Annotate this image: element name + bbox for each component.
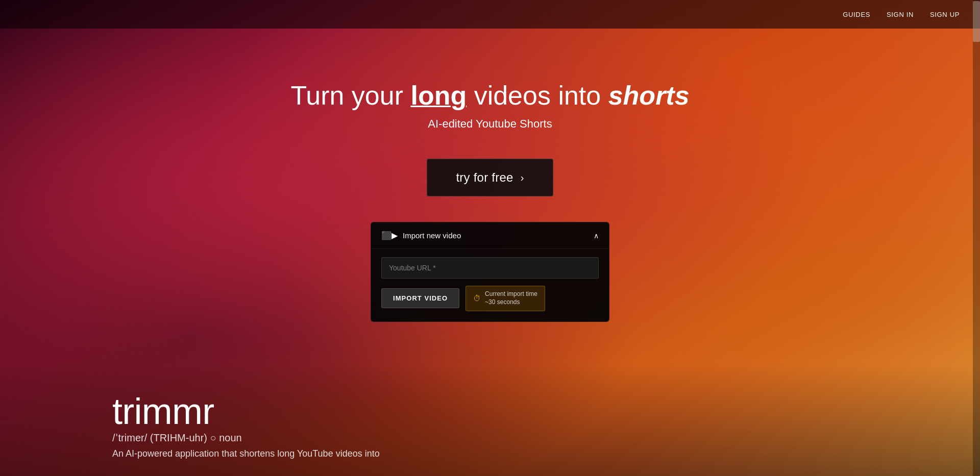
import-header-left: ⬛▶ Import new video: [381, 231, 461, 240]
nav-guides[interactable]: GUIDES: [843, 11, 870, 18]
hero-subtitle: AI-edited Youtube Shorts: [428, 117, 552, 131]
cta-label: try for free: [456, 170, 513, 185]
video-camera-icon: ⬛▶: [381, 231, 398, 240]
main-content: Turn your long videos into shorts AI-edi…: [0, 29, 980, 322]
hero-title-part2: videos into: [467, 81, 608, 110]
import-time-label: Current import time: [485, 290, 537, 298]
collapse-icon[interactable]: ∧: [594, 232, 599, 240]
import-video-button[interactable]: IMPORT VIDEO: [381, 288, 459, 308]
youtube-url-input[interactable]: [381, 257, 599, 279]
brand-name: trimmr: [112, 393, 980, 430]
nav-signin[interactable]: SIGN IN: [887, 11, 914, 18]
hero-title-long: long: [410, 81, 467, 110]
scrollbar-thumb[interactable]: [973, 1, 980, 42]
cta-button[interactable]: try for free ›: [427, 159, 553, 196]
import-panel-title: Import new video: [403, 231, 461, 240]
import-panel-header: ⬛▶ Import new video ∧: [371, 222, 609, 249]
nav-signup[interactable]: SIGN UP: [930, 11, 960, 18]
import-actions: IMPORT VIDEO ⏱ Current import time ~30 s…: [381, 286, 599, 311]
import-time-value: ~30 seconds: [485, 298, 537, 307]
hero-title-part1: Turn your: [290, 81, 410, 110]
brand-pronunciation: /ˈtrimer/ (TRIHM-uhr) ○ noun: [112, 432, 980, 444]
import-panel: ⬛▶ Import new video ∧ IMPORT VIDEO ⏱ Cur…: [371, 222, 609, 321]
hero-title-shorts: shorts: [608, 81, 690, 110]
bottom-section: trimmr /ˈtrimer/ (TRIHM-uhr) ○ noun An A…: [0, 364, 980, 476]
import-panel-body: IMPORT VIDEO ⏱ Current import time ~30 s…: [371, 249, 609, 321]
scrollbar[interactable]: [973, 0, 980, 476]
nav-links: GUIDES SIGN IN SIGN UP: [843, 11, 960, 18]
import-time-text: Current import time ~30 seconds: [485, 290, 537, 306]
navbar: GUIDES SIGN IN SIGN UP: [0, 0, 980, 29]
brand-description: An AI-powered application that shortens …: [112, 447, 419, 476]
hero-title: Turn your long videos into shorts: [290, 80, 689, 111]
chevron-right-icon: ›: [521, 172, 524, 184]
clock-icon: ⏱: [473, 294, 481, 303]
import-time-badge: ⏱ Current import time ~30 seconds: [465, 286, 545, 311]
